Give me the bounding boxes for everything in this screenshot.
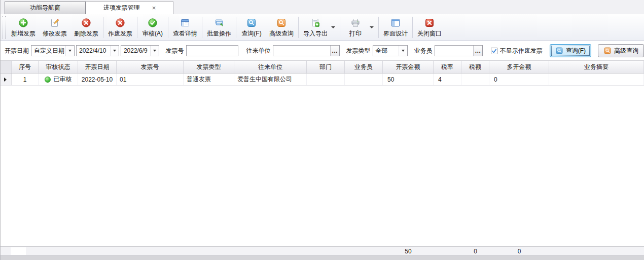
edit-invoice-label: 修改发票: [43, 29, 67, 38]
edit-invoice-button[interactable]: 修改发票: [39, 16, 70, 39]
add-invoice-label: 新增发票: [11, 29, 35, 38]
salesman-label: 业务员: [414, 47, 433, 55]
query-button[interactable]: 查询(F): [237, 16, 266, 39]
audit-label: 审核(A): [142, 29, 163, 38]
invoice-no-field-wrap: [186, 45, 238, 56]
col-header-audit-status[interactable]: 审核状态: [39, 61, 78, 73]
col-header-amount[interactable]: 开票金额: [383, 61, 434, 73]
approved-status-ball-icon: [45, 77, 51, 83]
toolbar-grip-handle[interactable]: [3, 16, 6, 39]
date-to-caret-icon[interactable]: [150, 46, 159, 56]
partner-lookup-ellipsis-icon[interactable]: …: [330, 46, 339, 56]
col-header-invoice-type[interactable]: 发票类型: [184, 61, 234, 73]
tab-close-icon[interactable]: ×: [152, 5, 156, 11]
salesman-field-wrap: …: [435, 45, 483, 56]
filter-advanced-query-icon: [603, 47, 612, 55]
toolbar: 新增发票 修改发票 删除发票 作废发票 审核(A) 查看详情 批量操: [1, 14, 644, 41]
ui-design-button[interactable]: 界面设计: [380, 16, 411, 39]
cell-audit-status: 已审核: [39, 73, 78, 85]
date-to-value: 2022/6/9: [121, 47, 150, 54]
toolbar-separator: [236, 17, 236, 38]
col-header-tax-rate[interactable]: 税率: [434, 61, 461, 73]
import-export-dropdown-caret[interactable]: [331, 26, 335, 28]
tab-function-navigation[interactable]: 功能导航窗: [5, 1, 86, 14]
horizontal-scrollbar-track[interactable]: [1, 255, 644, 260]
date-mode-select[interactable]: 自定义日期: [31, 45, 75, 56]
add-invoice-button[interactable]: 新增发票: [8, 16, 39, 39]
date-from-select[interactable]: 2022/4/10: [76, 45, 119, 56]
invoice-table-row[interactable]: 1 已审核 2022-05-10 01 普通发票 爱普生中国有限公司 50 4 …: [1, 73, 644, 86]
grid-totals-row: 50 0 0: [1, 246, 644, 255]
col-header-invoice-date[interactable]: 开票日期: [78, 61, 117, 73]
cell-invoice-type: 普通发票: [184, 73, 234, 85]
cell-audit-status-text: 已审核: [54, 75, 72, 84]
current-row-arrow-icon: [4, 78, 7, 82]
hide-void-checkbox-label: 不显示作废发票: [500, 47, 543, 55]
col-header-tax-amount[interactable]: 税额: [461, 61, 489, 73]
col-header-department[interactable]: 部门: [307, 61, 345, 73]
delete-invoice-button[interactable]: 删除发票: [70, 16, 102, 39]
tab-input-invoice-management[interactable]: 进项发票管理 ×: [86, 1, 173, 14]
invoice-type-value: 全部: [373, 47, 399, 55]
date-mode-caret-icon[interactable]: [65, 46, 74, 56]
void-invoice-label: 作废发票: [108, 29, 132, 38]
invoice-management-window: 功能导航窗 进项发票管理 × 新增发票 修改发票 删除发票 作废发票: [0, 0, 644, 260]
invoice-type-caret-icon[interactable]: [399, 46, 407, 56]
invoice-type-label: 发票类型: [346, 47, 371, 55]
print-label: 打印: [349, 29, 362, 38]
audit-button[interactable]: 审核(A): [138, 16, 167, 39]
filter-advanced-query-button[interactable]: 高级查询: [598, 44, 644, 57]
date-from-caret-icon[interactable]: [110, 46, 119, 56]
tab-bar: 功能导航窗 进项发票管理 ×: [1, 0, 644, 14]
close-window-label: 关闭窗口: [417, 29, 442, 38]
hide-void-checkbox[interactable]: [491, 48, 497, 54]
col-header-salesman[interactable]: 业务员: [345, 61, 383, 73]
close-window-button[interactable]: 关闭窗口: [414, 16, 445, 39]
toolbar-separator: [378, 17, 379, 38]
total-extra-amount: 0: [489, 247, 549, 255]
ui-design-label: 界面设计: [383, 29, 408, 38]
toolbar-separator: [202, 17, 202, 38]
import-export-button[interactable]: 导入导出: [300, 16, 331, 39]
toolbar-separator: [298, 17, 299, 38]
filter-bar: 开票日期 自定义日期 2022/4/10 2022/6/9 发票号 往来单位 ……: [1, 41, 644, 61]
filter-query-button[interactable]: 查询(F): [550, 44, 591, 57]
batch-operations-label: 批量操作: [207, 29, 231, 38]
invoice-type-select[interactable]: 全部: [373, 45, 408, 56]
cell-seq: 1: [12, 73, 39, 85]
cell-tax-amount: [461, 73, 489, 85]
toolbar-separator: [168, 17, 168, 38]
partner-input[interactable]: [273, 46, 330, 56]
advanced-query-button[interactable]: 高级查询: [266, 16, 297, 39]
view-details-button[interactable]: 查看详情: [169, 16, 201, 39]
query-label: 查询(F): [241, 29, 261, 38]
cell-partner: 爱普生中国有限公司: [234, 73, 307, 85]
col-header-seq[interactable]: 序号: [12, 61, 39, 73]
toolbar-separator: [412, 17, 413, 38]
void-invoice-button[interactable]: 作废发票: [104, 16, 136, 39]
batch-operations-button[interactable]: 批量操作: [203, 16, 235, 39]
tab-function-navigation-label: 功能导航窗: [30, 4, 60, 12]
print-dropdown-caret[interactable]: [370, 26, 374, 28]
cell-summary: [549, 73, 644, 85]
cell-department: [307, 73, 345, 85]
filter-advanced-query-label: 高级查询: [614, 47, 638, 55]
col-header-summary[interactable]: 业务摘要: [549, 61, 644, 73]
add-invoice-icon: [18, 18, 28, 28]
salesman-lookup-ellipsis-icon[interactable]: …: [473, 46, 482, 56]
cell-invoice-date: 2022-05-10: [78, 73, 117, 85]
salesman-input[interactable]: [435, 46, 473, 56]
print-button[interactable]: 打印: [341, 16, 370, 39]
invoice-no-input[interactable]: [187, 46, 238, 56]
col-header-invoice-no[interactable]: 发票号: [117, 61, 184, 73]
col-header-extra-amount[interactable]: 多开金额: [489, 61, 549, 73]
grid-empty-area[interactable]: [1, 86, 644, 246]
advanced-query-icon: [276, 18, 287, 28]
col-header-partner[interactable]: 往来单位: [234, 61, 307, 73]
row-indicator-header-cell: [1, 61, 12, 73]
view-details-label: 查看详情: [173, 29, 197, 38]
date-to-select[interactable]: 2022/6/9: [121, 45, 159, 56]
delete-invoice-icon: [81, 18, 91, 28]
filter-query-icon: [555, 47, 563, 55]
advanced-query-label: 高级查询: [269, 29, 294, 38]
